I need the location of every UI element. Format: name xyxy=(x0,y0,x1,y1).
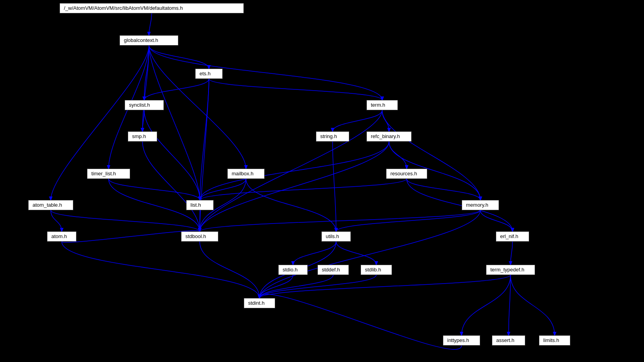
node-stdint: stdint.h xyxy=(244,298,275,308)
node-stdbool: stdbool.h xyxy=(181,231,218,242)
node-smp: smp.h xyxy=(128,131,157,142)
node-atom_table: atom_table.h xyxy=(28,200,73,210)
node-ets: ets.h xyxy=(195,69,223,79)
node-mailbox: mailbox.h xyxy=(227,169,265,179)
node-inttypes: inttypes.h xyxy=(443,335,480,346)
node-atom: atom.h xyxy=(47,231,76,242)
node-resources: resources.h xyxy=(386,169,427,179)
node-utils: utils.h xyxy=(321,231,351,242)
node-stddef: stddef.h xyxy=(317,265,349,275)
node-assert: assert.h xyxy=(492,335,525,346)
node-memory: memory.h xyxy=(462,200,499,210)
node-limits: limits.h xyxy=(539,335,570,346)
node-refc_binary: refc_binary.h xyxy=(366,131,412,142)
node-synclist: synclist.h xyxy=(125,100,164,110)
node-erl_nif: erl_nif.h xyxy=(496,231,529,242)
graph-svg xyxy=(0,0,644,362)
node-globalcontext: globalcontext.h xyxy=(120,35,178,45)
node-term_typedef: term_typedef.h xyxy=(486,265,535,275)
node-stdio: stdio.h xyxy=(278,265,308,275)
node-stdlib: stdlib.h xyxy=(361,265,392,275)
node-root: /_w/AtomVM/AtomVM/src/libAtomVM/defaulta… xyxy=(60,3,244,13)
node-list: list.h xyxy=(186,200,214,210)
node-timer_list: timer_list.h xyxy=(87,169,130,179)
node-term: term.h xyxy=(366,100,398,110)
node-string: string.h xyxy=(316,131,349,142)
